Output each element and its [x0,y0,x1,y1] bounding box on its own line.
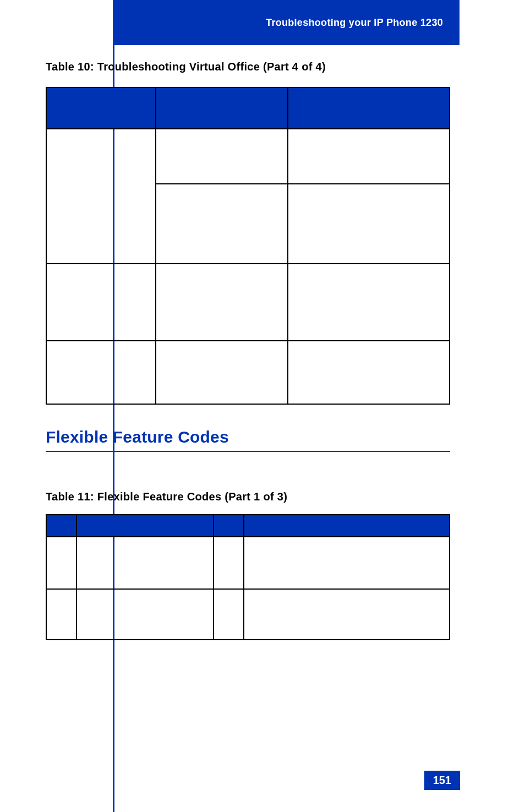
table11-header-cell-1 [46,515,76,537]
table10-cell [288,341,450,404]
table10-header-cell-1 [46,88,156,129]
table10-cell [46,129,156,264]
table10-cell [156,264,287,341]
table11-cell [76,537,214,589]
table10-caption: Table 10: Troubleshooting Virtual Office… [46,61,450,73]
table11-header-cell-4 [244,515,450,537]
table10-cell [288,129,450,184]
table11-cell [76,589,214,640]
table11-cell [214,537,244,589]
table10-header-row [46,88,450,129]
table11-cell [214,589,244,640]
page-header-title: Troubleshooting your IP Phone 1230 [266,17,443,29]
table11-cell [46,589,76,640]
table11-header-row [46,515,450,537]
table10 [46,87,450,405]
table11-cell [46,537,76,589]
table10-cell [288,264,450,341]
table-row [46,589,450,640]
table10-header-cell-3 [288,88,450,129]
page-content: Table 10: Troubleshooting Virtual Office… [46,61,450,640]
table11-caption: Table 11: Flexible Feature Codes (Part 1… [46,491,450,503]
table-row [46,129,450,184]
table10-cell [156,184,287,264]
page-number: 151 [424,771,460,790]
table10-cell [156,129,287,184]
table-row [46,264,450,341]
table11-cell [244,589,450,640]
section-heading: Flexible Feature Codes [46,428,450,446]
table11-header-cell-2 [76,515,214,537]
table11 [46,514,450,640]
table-row [46,341,450,404]
table10-cell [156,341,287,404]
table11-header-cell-3 [214,515,244,537]
section-underline [46,451,450,452]
table10-cell [46,341,156,404]
table10-cell [46,264,156,341]
table11-cell [244,537,450,589]
table10-header-cell-2 [156,88,287,129]
table-row [46,537,450,589]
table10-cell [288,184,450,264]
page-header-bar: Troubleshooting your IP Phone 1230 [113,0,460,45]
